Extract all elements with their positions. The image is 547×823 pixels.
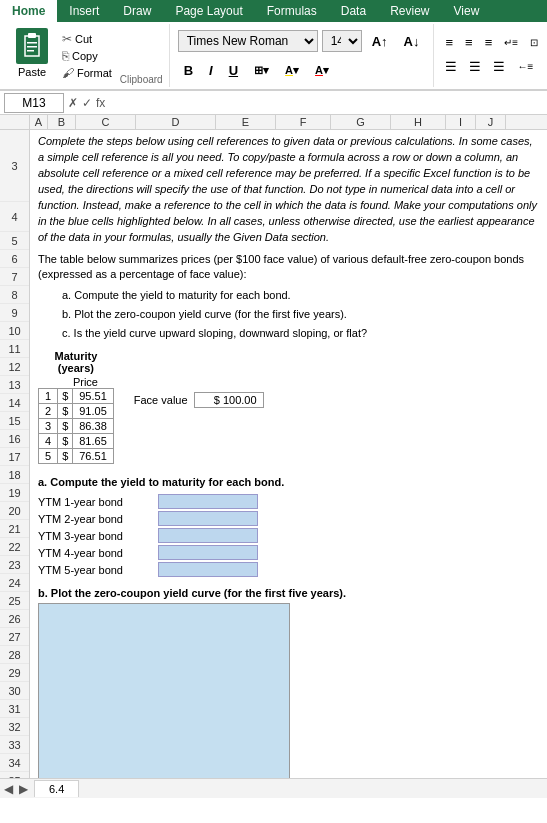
- clipboard-actions: ✂ Cut ⎘ Copy 🖌 Format: [56, 26, 118, 85]
- task-b: b. Plot the zero-coupon yield curve (for…: [62, 305, 539, 324]
- paste-icon: [16, 28, 48, 64]
- increase-font-btn[interactable]: A↑: [366, 31, 394, 52]
- bold-button[interactable]: B: [178, 60, 199, 81]
- row-4: 4: [0, 202, 29, 232]
- merge-btn[interactable]: ⊡: [525, 32, 543, 53]
- row-30: 30: [0, 682, 29, 700]
- formula-bar: M13 ✗ ✓ fx: [0, 91, 547, 115]
- tab-nav-left[interactable]: ◀: [0, 782, 17, 796]
- row-25: 25: [0, 592, 29, 610]
- year-col-header: [39, 376, 58, 389]
- tab-page-layout[interactable]: Page Layout: [163, 0, 254, 22]
- align-center-btn[interactable]: ☰: [464, 56, 486, 77]
- row-5: 5: [0, 232, 29, 250]
- ytm-row-1: YTM 1-year bond: [38, 494, 539, 509]
- sheet-tab[interactable]: 6.4: [34, 780, 79, 797]
- col-header-i[interactable]: I: [446, 115, 476, 129]
- bond-dollar-3: $: [58, 419, 73, 434]
- row-22: 22: [0, 538, 29, 556]
- fill-color-button[interactable]: A▾: [279, 61, 305, 80]
- col-header-g[interactable]: G: [331, 115, 391, 129]
- tab-formulas[interactable]: Formulas: [255, 0, 329, 22]
- sheet-body: 3 4 5 6 7 8 9 10 11 12 13 14 15 16 17 18…: [0, 130, 547, 778]
- row-7: 7: [0, 268, 29, 286]
- bond-year-2: 2: [39, 404, 58, 419]
- align-right-btn[interactable]: ☰: [488, 56, 510, 77]
- ytm-input-1[interactable]: [158, 494, 258, 509]
- bond-row-5: 5 $ 76.51: [39, 449, 114, 464]
- bond-row-3: 3 $ 86.38: [39, 419, 114, 434]
- format-button[interactable]: 🖌 Format: [60, 65, 114, 81]
- svg-rect-1: [28, 33, 36, 38]
- paste-label: Paste: [18, 66, 46, 78]
- ytm-input-2[interactable]: [158, 511, 258, 526]
- indent-increase-btn[interactable]: →≡: [540, 56, 547, 77]
- cut-button[interactable]: ✂ Cut: [60, 31, 114, 47]
- spacer-24: [38, 579, 539, 587]
- ytm-input-3[interactable]: [158, 528, 258, 543]
- paste-button[interactable]: Paste: [10, 26, 54, 85]
- bond-year-4: 4: [39, 434, 58, 449]
- italic-button[interactable]: I: [203, 60, 219, 81]
- tab-insert[interactable]: Insert: [57, 0, 111, 22]
- ytm-input-5[interactable]: [158, 562, 258, 577]
- row-19: 19: [0, 484, 29, 502]
- row-20: 20: [0, 502, 29, 520]
- col-header-f[interactable]: F: [276, 115, 331, 129]
- font-size-select[interactable]: 14: [322, 30, 362, 52]
- formula-input[interactable]: [109, 96, 543, 110]
- font-name-select[interactable]: Times New Roman: [178, 30, 318, 52]
- cell-reference-input[interactable]: M13: [4, 93, 64, 113]
- tab-draw[interactable]: Draw: [111, 0, 163, 22]
- row-35: 35: [0, 772, 29, 778]
- tab-bar: ◀ ▶ 6.4: [0, 778, 547, 798]
- tab-nav-right[interactable]: ▶: [17, 782, 30, 796]
- formula-dividers: ✗ ✓ fx: [68, 96, 105, 110]
- years-header: (years): [38, 362, 114, 374]
- face-value-label: Face value: [134, 394, 188, 406]
- border-button[interactable]: ⊞▾: [248, 61, 275, 80]
- col-header-h[interactable]: H: [391, 115, 446, 129]
- font-color-button[interactable]: A▾: [309, 61, 335, 80]
- tab-data[interactable]: Data: [329, 0, 378, 22]
- row-29: 29: [0, 664, 29, 682]
- tab-home[interactable]: Home: [0, 0, 57, 22]
- decrease-font-btn[interactable]: A↓: [398, 31, 426, 52]
- data-row: Maturity (years) Price 1 $ 95.51: [38, 350, 539, 464]
- face-value-display[interactable]: $ 100.00: [194, 392, 264, 408]
- copy-button[interactable]: ⎘ Copy: [60, 48, 114, 64]
- row-33: 33: [0, 736, 29, 754]
- wrap-text-btn[interactable]: ↵≡: [499, 32, 523, 53]
- sheet-content[interactable]: Complete the steps below using cell refe…: [30, 130, 547, 778]
- underline-button[interactable]: U: [223, 60, 244, 81]
- col-header-d[interactable]: D: [136, 115, 216, 129]
- cut-label: Cut: [75, 33, 92, 45]
- indent-decrease-btn[interactable]: ←≡: [512, 56, 538, 77]
- clipboard-group-label: Clipboard: [120, 74, 163, 85]
- align-left-btn[interactable]: ☰: [440, 56, 462, 77]
- ytm-section: YTM 1-year bond YTM 2-year bond YTM 3-ye…: [38, 494, 539, 577]
- col-header-c[interactable]: C: [76, 115, 136, 129]
- ytm-input-4[interactable]: [158, 545, 258, 560]
- align-top-center-btn[interactable]: ≡: [460, 32, 478, 53]
- table-description: The table below summarizes prices (per $…: [38, 252, 539, 283]
- row-3: 3: [0, 130, 29, 202]
- alignment-group: ≡ ≡ ≡ ↵≡ ⊡ ☰ ☰ ☰ ←≡ →≡: [434, 24, 547, 87]
- col-header-j[interactable]: J: [476, 115, 506, 129]
- align-top-left-btn[interactable]: ≡: [440, 32, 458, 53]
- col-header-b[interactable]: B: [48, 115, 76, 129]
- row-31: 31: [0, 700, 29, 718]
- chart-placeholder[interactable]: [38, 603, 290, 778]
- tab-review[interactable]: Review: [378, 0, 441, 22]
- row-17: 17: [0, 448, 29, 466]
- font-group: Times New Roman 14 A↑ A↓ B I U ⊞▾ A▾ A▾: [170, 24, 435, 87]
- col-header-e[interactable]: E: [216, 115, 276, 129]
- row-14: 14: [0, 394, 29, 412]
- bond-row-1: 1 $ 95.51: [39, 389, 114, 404]
- svg-rect-4: [27, 50, 34, 52]
- col-header-a[interactable]: A: [30, 115, 48, 129]
- task-a: a. Compute the yield to maturity for eac…: [62, 286, 539, 305]
- row-23: 23: [0, 556, 29, 574]
- tab-view[interactable]: View: [442, 0, 492, 22]
- align-top-right-btn[interactable]: ≡: [480, 32, 498, 53]
